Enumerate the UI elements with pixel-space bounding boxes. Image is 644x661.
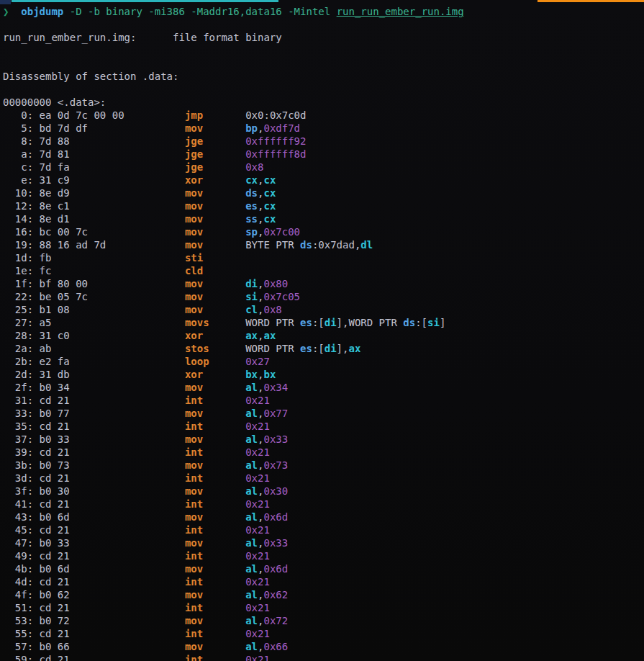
disassembly-row: 4f: b0 62 mov al,0x62 — [3, 588, 644, 601]
disassembly-row: 39: cd 21 int 0x21 — [3, 446, 644, 459]
disassembly-row: 4d: cd 21 int 0x21 — [3, 575, 644, 588]
disassembly-row: 2d: 31 db xor bx,bx — [3, 368, 644, 381]
disassembly-row: 49: cd 21 int 0x21 — [3, 549, 644, 562]
blank-line — [3, 44, 644, 57]
disassembly-listing: 0: ea 0d 7c 00 00 jmp 0x0:0x7c0d 5: bd 7… — [3, 109, 644, 661]
disassembly-row: 31: cd 21 int 0x21 — [3, 394, 644, 407]
disassembly-row: e: 31 c9 xor cx,cx — [3, 174, 644, 186]
blank-line — [3, 83, 644, 96]
disassembly-row: 22: be 05 7c mov si,0x7c05 — [3, 290, 644, 303]
disassembly-row: 57: b0 66 mov al,0x66 — [3, 640, 644, 653]
disassembly-row: 2f: b0 34 mov al,0x34 — [3, 381, 644, 394]
command-args: -D -b binary -mi386 -Maddr16,data16 -Min… — [70, 6, 330, 17]
disassembly-row: 47: b0 33 mov al,0x33 — [3, 536, 644, 549]
disassembly-row: c: 7d fa jge 0x8 — [3, 161, 644, 174]
disassembly-row: 10: 8e d9 mov ds,cx — [3, 186, 644, 199]
disassembly-row: 1e: fc cld — [3, 264, 644, 277]
prompt-line: ❯ objdump -D -b binary -mi386 -Maddr16,d… — [3, 5, 644, 18]
disassembly-row: 37: b0 33 mov al,0x33 — [3, 433, 644, 446]
disassembly-row: 2b: e2 fa loop 0x27 — [3, 355, 644, 368]
disassembly-row: 0: ea 0d 7c 00 00 jmp 0x0:0x7c0d — [3, 109, 644, 122]
disassembly-row: 1f: bf 80 00 mov di,0x80 — [3, 277, 644, 290]
disassembly-row: 3b: b0 73 mov al,0x73 — [3, 459, 644, 472]
tab-underline-orange — [538, 0, 644, 2]
disassembly-row: 55: cd 21 int 0x21 — [3, 627, 644, 640]
terminal-screen[interactable]: ❯ objdump -D -b binary -mi386 -Maddr16,d… — [0, 5, 644, 661]
disassembly-row: 33: b0 77 mov al,0x77 — [3, 407, 644, 420]
disassembly-row: 3d: cd 21 int 0x21 — [3, 472, 644, 485]
disassembly-row: 14: 8e d1 mov ss,cx — [3, 212, 644, 225]
disassembly-row: 35: cd 21 int 0x21 — [3, 420, 644, 433]
disassembly-row: 43: b0 6d mov al,0x6d — [3, 511, 644, 523]
disassembly-row: 1d: fb sti — [3, 251, 644, 264]
disassembly-row: 51: cd 21 int 0x21 — [3, 601, 644, 614]
disassembly-row: 27: a5 movs WORD PTR es:[di],WORD PTR ds… — [3, 316, 644, 329]
disassembly-row: a: 7d 81 jge 0xffffff8d — [3, 148, 644, 161]
blank-line — [3, 18, 644, 31]
tab-corner-navy — [0, 0, 11, 4]
disassembly-row: 8: 7d 88 jge 0xffffff92 — [3, 135, 644, 148]
disassembly-row: 45: cd 21 int 0x21 — [3, 523, 644, 536]
disassembly-row: 3f: b0 30 mov al,0x30 — [3, 485, 644, 498]
top-bar — [0, 0, 644, 4]
command-program: objdump — [21, 6, 63, 17]
disassembly-row: 19: 88 16 ad 7d mov BYTE PTR ds:0x7dad,d… — [3, 238, 644, 251]
data-label-line: 00000000 <.data>: — [3, 96, 644, 109]
section-header-line: Disassembly of section .data: — [3, 70, 644, 83]
disassembly-row: 12: 8e c1 mov es,cx — [3, 199, 644, 212]
disassembly-row: 41: cd 21 int 0x21 — [3, 498, 644, 511]
tab-underline-teal — [12, 0, 278, 2]
disassembly-row: 53: b0 72 mov al,0x72 — [3, 614, 644, 627]
command-filename: run_run_ember_run.img — [337, 6, 464, 17]
disassembly-row: 2a: ab stos WORD PTR es:[di],ax — [3, 342, 644, 355]
disassembly-row: 5: bd 7d df mov bp,0xdf7d — [3, 122, 644, 135]
disassembly-row: 59: cd 21 int 0x21 — [3, 653, 644, 661]
blank-line — [3, 57, 644, 70]
file-format-line: run_run_ember_run.img: file format binar… — [3, 31, 644, 44]
disassembly-row: 25: b1 08 mov cl,0x8 — [3, 303, 644, 316]
disassembly-row: 16: bc 00 7c mov sp,0x7c00 — [3, 225, 644, 238]
disassembly-row: 4b: b0 6d mov al,0x6d — [3, 562, 644, 575]
disassembly-row: 28: 31 c0 xor ax,ax — [3, 329, 644, 342]
prompt-gap — [9, 6, 21, 17]
